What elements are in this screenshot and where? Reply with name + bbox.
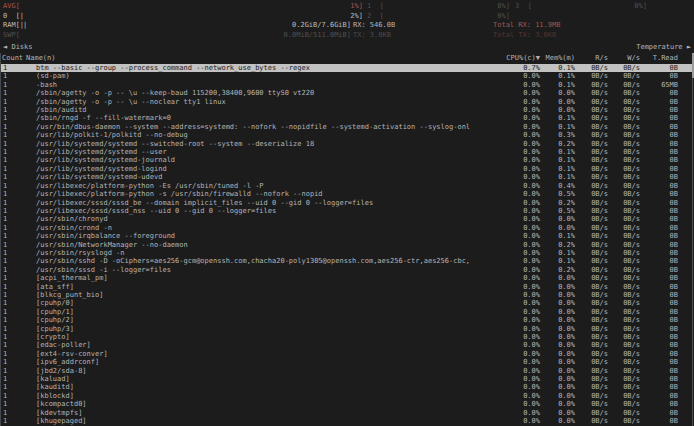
table-row[interactable]: 1[cpuhp/0]0.0%0.0%0B/s0B/s0B [0, 299, 694, 307]
table-row[interactable]: 1/usr/lib/systemd/systemd --user0.0%0.1%… [0, 148, 694, 156]
table-row[interactable]: 1[edac-poller]0.0%0.0%0B/s0B/s0B [0, 341, 694, 349]
table-row[interactable]: 1/usr/lib/systemd/systemd-udevd0.0%0.1%0… [0, 173, 694, 181]
cell-mem: 0.5% [540, 190, 575, 198]
table-row[interactable]: 1[ext4-rsv-conver]0.0%0.0%0B/s0B/s0B [0, 350, 694, 358]
table-row[interactable]: 1/usr/libexec/sssd/sssd_be --domain impl… [0, 199, 694, 207]
network-rx-value: RX: 546.0B [353, 21, 395, 30]
table-row[interactable]: 1[kdevtmpfs]0.0%0.0%0B/s0B/s0B [0, 409, 694, 417]
table-row[interactable]: 1/usr/sbin/irqbalance --foreground0.0%0.… [0, 232, 694, 240]
cell-tread: 0B [640, 333, 678, 341]
table-row[interactable]: 1[kaluad]0.0%0.0%0B/s0B/s0B [0, 375, 694, 383]
cell-ws: 0B/s [608, 182, 640, 190]
table-row[interactable]: 1/usr/sbin/chronyd0.0%0.0%0B/s0B/s0B [0, 215, 694, 223]
cell-count: 1 [0, 224, 26, 232]
table-row[interactable]: 1/usr/libexec/sssd/sssd_nss --uid 0 --gi… [0, 207, 694, 215]
table-row[interactable]: 1[khugepaged]0.0%0.0%0B/s0B/s0B [0, 417, 694, 425]
cell-cpu: 0.0% [470, 199, 540, 207]
table-row[interactable]: 1/usr/sbin/sssd -i --logger=files0.0%0.2… [0, 266, 694, 274]
table-row[interactable]: 1[ata_sff]0.0%0.0%0B/s0B/s0B [0, 283, 694, 291]
cell-count: 1 [0, 199, 26, 207]
cell-count: 1 [0, 283, 26, 291]
cell-mem: 0.0% [540, 291, 575, 299]
table-row[interactable]: 1/usr/lib/systemd/systemd --switched-roo… [0, 140, 694, 148]
cell-mem: 0.1% [540, 165, 575, 173]
cell-name: -bash [26, 81, 470, 89]
header-mem[interactable]: Mem%(m) [540, 54, 575, 63]
cell-ws: 0B/s [608, 173, 640, 181]
cell-cpu: 0.0% [470, 257, 540, 265]
table-row[interactable]: 1[kauditd]0.0%0.0%0B/s0B/s0B [0, 383, 694, 391]
cell-name: [cpuhp/1] [26, 308, 470, 316]
cell-ws: 0B/s [608, 350, 640, 358]
table-scrollbar-track[interactable] [692, 53, 693, 426]
table-row[interactable]: 1/usr/libexec/platform-python -Es /usr/s… [0, 182, 694, 190]
header-name[interactable]: Name(n) [26, 54, 470, 63]
gauge-end: 1%] [350, 2, 363, 11]
cell-rs: 0B/s [575, 182, 608, 190]
cell-mem: 0.1% [540, 156, 575, 164]
cell-mem: 0.0% [540, 316, 575, 324]
table-row[interactable]: 1/sbin/agetty -o -p -- \u --keep-baud 11… [0, 89, 694, 97]
table-row[interactable]: 1-bash0.0%0.1%0B/s0B/s65MB [0, 81, 694, 89]
header-write-per-sec[interactable]: W/s [608, 54, 640, 63]
cell-cpu: 0.0% [470, 367, 540, 375]
cell-ws: 0B/s [608, 64, 640, 72]
table-row[interactable]: 1/usr/lib/systemd/systemd-journald0.0%0.… [0, 156, 694, 164]
table-row[interactable]: 1/usr/sbin/crond -n0.0%0.0%0B/s0B/s0B [0, 224, 694, 232]
table-row[interactable]: 1[kblockd]0.0%0.0%0B/s0B/s0B [0, 392, 694, 400]
cell-cpu: 0.0% [470, 182, 540, 190]
cell-count: 1 [0, 64, 26, 72]
table-row[interactable]: 1/usr/bin/dbus-daemon --system --address… [0, 123, 694, 131]
cell-tread: 0B [640, 215, 678, 223]
cell-tread: 0B [640, 325, 678, 333]
table-row[interactable]: 1(sd-pam)0.0%0.1%0B/s0B/s0B [0, 72, 694, 80]
cell-count: 1 [0, 114, 26, 122]
table-row[interactable]: 1/usr/sbin/rsyslogd -n0.0%0.1%0B/s0B/s0B [0, 249, 694, 257]
widget-nav-next-temperature[interactable]: Temperature ► [636, 43, 691, 52]
header-read-per-sec[interactable]: R/s [575, 54, 608, 63]
cell-mem: 0.0% [540, 350, 575, 358]
cell-name: /sbin/agetty -o -p -- \u --noclear tty1 … [26, 98, 470, 106]
table-row[interactable]: 1[ipv6_addrconf]0.0%0.0%0B/s0B/s0B [0, 358, 694, 366]
table-row[interactable]: 1/usr/sbin/NetworkManager --no-daemon0.0… [0, 241, 694, 249]
table-row[interactable]: 1[kcompactd0]0.0%0.0%0B/s0B/s0B [0, 400, 694, 408]
table-row[interactable]: 1[cpuhp/1]0.0%0.0%0B/s0B/s0B [0, 308, 694, 316]
table-row[interactable]: 1/usr/libexec/platform-python -s /usr/sb… [0, 190, 694, 198]
header-cpu-sorted[interactable]: CPU%(c)▼ [470, 54, 540, 63]
header-count[interactable]: Count [0, 54, 26, 63]
header-total-read[interactable]: T.Read [640, 54, 678, 63]
table-row[interactable]: 1btm --basic --group --process_command -… [0, 64, 694, 72]
table-row[interactable]: 1[crypto]0.0%0.0%0B/s0B/s0B [0, 333, 694, 341]
table-row[interactable]: 1[jbd2/sda-8]0.0%0.0%0B/s0B/s0B [0, 367, 694, 375]
cell-rs: 0B/s [575, 173, 608, 181]
table-row[interactable]: 1[cpuhp/2]0.0%0.0%0B/s0B/s0B [0, 316, 694, 324]
cell-name: (sd-pam) [26, 72, 470, 80]
cell-rs: 0B/s [575, 190, 608, 198]
cell-rs: 0B/s [575, 291, 608, 299]
cell-count: 1 [0, 341, 26, 349]
cell-tread: 0B [640, 106, 678, 114]
table-row[interactable]: 1/usr/sbin/sshd -D -oCiphers=aes256-gcm@… [0, 257, 694, 265]
cell-mem: 0.1% [540, 123, 575, 131]
table-row[interactable]: 1/sbin/agetty -o -p -- \u --noclear tty1… [0, 98, 694, 106]
cell-tread: 0B [640, 72, 678, 80]
widget-nav-prev-disks[interactable]: ◄ Disks [3, 43, 33, 52]
cell-cpu: 0.0% [470, 81, 540, 89]
cell-ws: 0B/s [608, 299, 640, 307]
table-row[interactable]: 1[cpuhp/3]0.0%0.0%0B/s0B/s0B [0, 325, 694, 333]
cell-tread: 0B [640, 64, 678, 72]
table-row[interactable]: 1/usr/lib/systemd/systemd-logind0.0%0.1%… [0, 165, 694, 173]
network-tx-value: TX: 3.0KB [353, 31, 391, 40]
cell-rs: 0B/s [575, 308, 608, 316]
cell-count: 1 [0, 98, 26, 106]
cell-mem: 0.2% [540, 140, 575, 148]
cell-rs: 0B/s [575, 224, 608, 232]
table-row[interactable]: 1/usr/lib/polkit-1/polkitd --no-debug0.0… [0, 131, 694, 139]
table-row[interactable]: 1[acpi_thermal_pm]0.0%0.0%0B/s0B/s0B [0, 274, 694, 282]
cell-mem: 0.1% [540, 114, 575, 122]
table-row[interactable]: 1[blkcg_punt_bio]0.0%0.0%0B/s0B/s0B [0, 291, 694, 299]
table-row[interactable]: 1/sbin/auditd0.0%0.0%0B/s0B/s0B [0, 106, 694, 114]
table-row[interactable]: 1/sbin/rngd -f --fill-watermark=00.0%0.1… [0, 114, 694, 122]
cell-tread: 0B [640, 266, 678, 274]
cell-count: 1 [0, 367, 26, 375]
